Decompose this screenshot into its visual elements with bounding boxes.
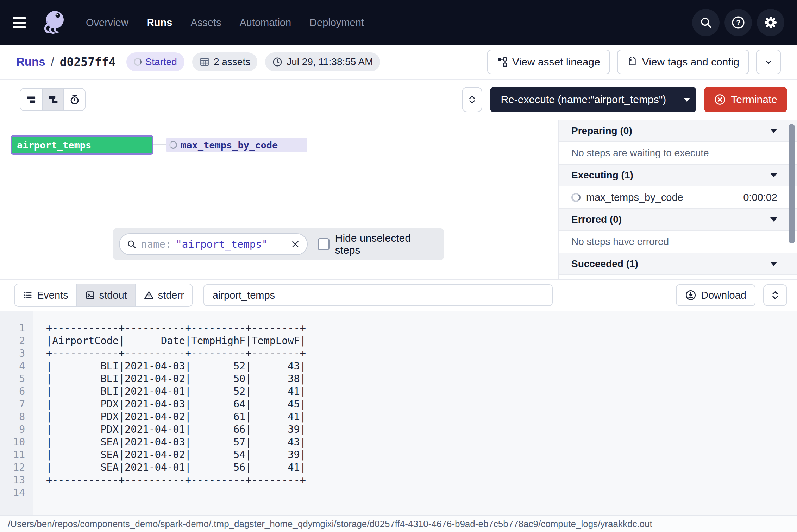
caret-down-icon — [770, 173, 777, 177]
download-button[interactable]: Download — [676, 284, 755, 306]
menu-button[interactable] — [13, 15, 32, 30]
event-list-icon — [23, 290, 33, 300]
log-line: +-----------+----------+---------+------… — [46, 474, 797, 487]
run-header-row: Runs / d0257ff4 Started 2 assets Jul 29,… — [0, 45, 797, 80]
log-output: 1 2 3 4 5 6 7 8 9 10 11 12 13 14 +------… — [0, 311, 797, 515]
expand-gantt-button[interactable] — [462, 87, 482, 112]
download-label: Download — [701, 290, 746, 301]
search-icon — [127, 239, 137, 249]
view-asset-lineage-label: View asset lineage — [512, 56, 600, 68]
log-line: | PDX|2021-04-01| 66| 39| — [46, 423, 797, 436]
nav-actions: ? — [692, 9, 784, 36]
reexecute-button[interactable]: Re-execute (name:"airport_temps") — [490, 87, 677, 112]
line-number: 9 — [0, 423, 33, 436]
tab-events[interactable]: Events — [15, 284, 76, 306]
expand-log-button[interactable] — [763, 284, 787, 306]
hide-unselected-label: Hide unselected steps — [335, 232, 438, 256]
unfold-icon — [770, 290, 780, 300]
help-button[interactable]: ? — [724, 9, 752, 36]
graph-node-label: max_temps_by_code — [181, 140, 278, 151]
tab-label: stderr — [158, 290, 184, 301]
search-button[interactable] — [692, 9, 720, 36]
log-line: | SEA|2021-04-01| 56| 41| — [46, 461, 797, 474]
log-step-selector[interactable] — [203, 284, 553, 306]
graph-node-airport-temps[interactable]: airport_temps — [11, 135, 153, 155]
reexecute-split-button: Re-execute (name:"airport_temps") — [490, 87, 696, 112]
toolbar-actions: Re-execute (name:"airport_temps") Termin… — [462, 87, 787, 112]
waterfall-gantt-view-button[interactable] — [42, 89, 63, 110]
panel-scrollbar[interactable] — [789, 124, 795, 243]
gantt-graph-area: airport_temps max_temps_by_code name: "a… — [0, 120, 558, 279]
section-title: Errored (0) — [571, 214, 622, 225]
empty-text: No steps are waiting to execute — [571, 147, 709, 159]
primary-nav: Overview Runs Assets Automation Deployme… — [86, 17, 364, 28]
line-number: 7 — [0, 398, 33, 411]
terminate-label: Terminate — [731, 94, 777, 106]
section-header-errored[interactable]: Errored (0) — [559, 208, 797, 231]
log-line: | PDX|2021-04-02| 61| 41| — [46, 411, 797, 423]
view-asset-lineage-button[interactable]: View asset lineage — [487, 50, 610, 74]
dagster-logo[interactable] — [39, 8, 68, 37]
flat-gantt-view-button[interactable] — [20, 89, 42, 110]
spinner-icon — [169, 141, 177, 149]
log-line: | PDX|2021-04-03| 64| 45| — [46, 398, 797, 411]
section-header-preparing[interactable]: Preparing (0) — [559, 120, 797, 142]
reexecute-dropdown-button[interactable] — [677, 87, 696, 112]
tab-stderr[interactable]: stderr — [135, 284, 192, 306]
timing-view-button[interactable] — [63, 89, 85, 110]
hide-unselected-checkbox[interactable] — [318, 238, 330, 250]
clear-filter-button[interactable] — [291, 240, 300, 249]
nav-item-deployment[interactable]: Deployment — [309, 17, 364, 28]
flat-gantt-icon — [26, 94, 37, 105]
log-file-path: /Users/ben/repos/components_demo/spark-d… — [8, 519, 652, 530]
preparing-empty-row: No steps are waiting to execute — [559, 142, 797, 164]
section-header-executing[interactable]: Executing (1) — [559, 164, 797, 186]
terminate-button[interactable]: Terminate — [704, 87, 787, 112]
line-number: 11 — [0, 449, 33, 461]
line-number: 12 — [0, 461, 33, 474]
tab-label: stdout — [99, 290, 127, 301]
nav-item-runs[interactable]: Runs — [147, 17, 172, 28]
breadcrumb-separator: / — [51, 55, 54, 69]
graph-edge — [153, 144, 166, 145]
waterfall-gantt-icon — [48, 94, 59, 105]
executing-step-row[interactable]: max_temps_by_code 0:00:02 — [559, 186, 797, 208]
step-filter-input[interactable]: name: "airport_temps" — [119, 233, 308, 255]
settings-button[interactable] — [757, 9, 784, 36]
dagster-run-page: Overview Runs Assets Automation Deployme… — [0, 0, 797, 532]
caret-down-icon — [770, 262, 777, 266]
filter-query-prefix: name: — [141, 238, 171, 250]
top-nav: Overview Runs Assets Automation Deployme… — [0, 0, 797, 45]
section-header-succeeded[interactable]: Succeeded (1) — [559, 253, 797, 275]
run-header-actions: View asset lineage View tags and config — [487, 50, 781, 74]
line-number: 2 — [0, 335, 33, 347]
filter-query-value: "airport_temps" — [176, 238, 268, 250]
terminal-icon — [85, 290, 95, 300]
svg-text:?: ? — [736, 18, 741, 26]
breadcrumb-runs-link[interactable]: Runs — [16, 55, 45, 69]
line-number: 5 — [0, 373, 33, 385]
line-number: 4 — [0, 360, 33, 373]
run-toolbar: Re-execute (name:"airport_temps") Termin… — [0, 80, 797, 120]
tab-stdout[interactable]: stdout — [76, 284, 135, 306]
section-title: Preparing (0) — [571, 125, 632, 137]
lineage-icon — [497, 57, 508, 67]
view-tags-config-label: View tags and config — [642, 56, 739, 68]
graph-node-max-temps-by-code[interactable]: max_temps_by_code — [166, 138, 307, 152]
run-id: d0257ff4 — [60, 55, 116, 69]
assets-chip[interactable]: 2 assets — [192, 52, 257, 71]
hide-unselected-steps-control: Hide unselected steps — [318, 232, 438, 256]
log-line: +-----------+----------+---------+------… — [46, 347, 797, 360]
run-header-more-button[interactable] — [756, 50, 781, 74]
line-number: 14 — [0, 487, 33, 499]
cancel-circle-icon — [714, 94, 726, 106]
line-number-gutter: 1 2 3 4 5 6 7 8 9 10 11 12 13 14 — [0, 311, 33, 515]
section-title: Succeeded (1) — [571, 258, 638, 270]
nav-item-automation[interactable]: Automation — [239, 17, 291, 28]
view-tags-config-button[interactable]: View tags and config — [617, 50, 749, 74]
search-icon — [699, 16, 712, 29]
line-number: 8 — [0, 411, 33, 423]
section-title: Executing (1) — [571, 170, 633, 181]
nav-item-assets[interactable]: Assets — [190, 17, 221, 28]
nav-item-overview[interactable]: Overview — [86, 17, 128, 28]
